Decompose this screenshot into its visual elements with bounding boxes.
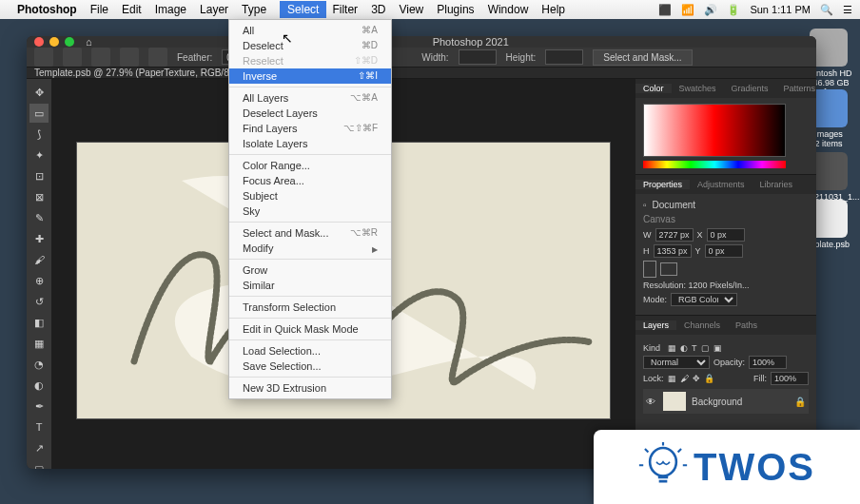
brush-tool-icon[interactable]: 🖌 [29,250,49,269]
menu-edit[interactable]: Edit [122,3,142,16]
gradient-tool-icon[interactable]: ▦ [29,334,49,353]
frame-tool-icon[interactable]: ⊠ [29,187,49,206]
fill-input[interactable] [771,372,809,385]
y-value-input[interactable] [705,244,743,258]
visibility-icon[interactable]: 👁 [646,397,657,407]
menu-image[interactable]: Image [155,3,186,16]
tab-channels[interactable]: Channels [676,320,728,330]
width-input[interactable] [459,49,497,65]
shape-tool-icon[interactable]: ▢ [29,459,49,469]
x-value-input[interactable] [707,228,745,242]
controls-icon[interactable]: ☰ [843,4,852,16]
minimize-icon[interactable] [49,37,59,47]
tab-gradients[interactable]: Gradients [724,84,776,93]
healing-tool-icon[interactable]: ✚ [29,229,49,248]
wand-tool-icon[interactable]: ✦ [29,145,49,165]
menu-help[interactable]: Help [541,3,565,16]
width-value-input[interactable] [655,228,694,242]
tab-patterns[interactable]: Patterns [776,84,816,93]
tab-paths[interactable]: Paths [728,320,765,330]
battery-icon[interactable]: 🔋 [727,4,740,16]
tab-adjustments[interactable]: Adjustments [690,180,752,189]
menu-filter[interactable]: Filter [332,3,358,16]
menu-item-all-layers[interactable]: All Layers⌥⌘A [229,90,391,106]
wifi-icon[interactable]: 📶 [681,4,694,16]
menu-item-inverse[interactable]: Inverse⇧⌘I [229,68,391,84]
layer-row[interactable]: 👁 Background 🔒 [643,389,809,414]
blend-mode-select[interactable]: Normal [643,356,710,369]
tab-properties[interactable]: Properties [635,180,690,189]
menu-item-load-selection[interactable]: Load Selection... [229,343,391,359]
lock-position-icon[interactable]: ✥ [693,374,700,383]
filter-pixel-icon[interactable]: ▦ [668,343,676,353]
orientation-landscape-icon[interactable] [660,262,677,276]
move-tool-icon[interactable]: ✥ [29,83,49,102]
menu-item-new-3d-extrusion[interactable]: New 3D Extrusion [229,380,391,396]
tool-preset-icon[interactable] [34,48,53,67]
tab-color[interactable]: Color [635,84,672,93]
dodge-tool-icon[interactable]: ◐ [29,376,49,395]
menu-item-deselect[interactable]: Deselect⌘D [229,38,391,53]
filter-adjust-icon[interactable]: ◐ [680,343,688,353]
crop-tool-icon[interactable]: ⊡ [29,166,49,185]
selection-mode-intersect-icon[interactable] [148,48,167,67]
window-titlebar[interactable]: ⌂ Photoshop 2021 [27,36,816,48]
height-value-input[interactable] [654,244,692,258]
blur-tool-icon[interactable]: ◔ [29,355,49,374]
menu-item-modify[interactable]: Modify [229,241,391,256]
menu-item-all[interactable]: All⌘A [229,23,391,38]
menu-file[interactable]: File [90,3,108,16]
menu-view[interactable]: View [399,3,423,16]
tab-libraries[interactable]: Libraries [752,180,801,189]
close-icon[interactable] [34,37,44,47]
mode-select[interactable]: RGB Color [671,293,737,306]
menu-3d[interactable]: 3D [371,3,385,16]
filter-shape-icon[interactable]: ▢ [701,343,710,353]
selection-mode-subtract-icon[interactable] [120,48,139,67]
menu-select[interactable]: Select [280,1,326,18]
lasso-tool-icon[interactable]: ⟆ [29,125,49,144]
marquee-tool-icon[interactable]: ▭ [29,104,49,123]
eraser-tool-icon[interactable]: ◧ [29,313,49,332]
document-tab[interactable]: Template.psb @ 27.9% (PaperTexture, RGB/… [27,68,816,79]
app-name[interactable]: Photoshop [17,3,77,16]
menu-item-isolate-layers[interactable]: Isolate Layers [229,136,391,151]
layer-thumbnail[interactable] [663,392,686,411]
menu-item-sky[interactable]: Sky [229,204,391,219]
menu-item-subject[interactable]: Subject [229,188,391,204]
zoom-icon[interactable] [65,37,74,47]
tab-swatches[interactable]: Swatches [672,84,724,93]
tab-layers[interactable]: Layers [635,320,676,330]
menu-item-select-and-mask[interactable]: Select and Mask...⌥⌘R [229,225,391,241]
hue-slider[interactable] [643,161,786,168]
orientation-portrait-icon[interactable] [643,261,656,278]
stamp-tool-icon[interactable]: ⊕ [29,271,49,290]
filter-type-icon[interactable]: T [692,343,697,353]
menu-item-transform-selection[interactable]: Transform Selection [229,300,391,315]
lock-all-icon[interactable]: 🔒 [704,374,714,383]
menu-item-color-range[interactable]: Color Range... [229,158,391,173]
menu-item-focus-area[interactable]: Focus Area... [229,173,391,188]
filter-smart-icon[interactable]: ▣ [713,343,722,353]
menu-item-edit-in-quick-mask-mode[interactable]: Edit in Quick Mask Mode [229,321,391,337]
opacity-input[interactable] [749,356,787,369]
menu-plugins[interactable]: Plugins [437,3,474,16]
selection-mode-new-icon[interactable] [63,48,82,67]
lock-transparency-icon[interactable]: ▦ [668,374,676,383]
menu-item-grow[interactable]: Grow [229,262,391,278]
search-icon[interactable]: 🔍 [820,4,833,16]
clock[interactable]: Sun 1:11 PM [750,4,811,15]
history-brush-tool-icon[interactable]: ↺ [29,292,49,311]
selection-mode-add-icon[interactable] [91,48,110,67]
menu-item-find-layers[interactable]: Find Layers⌥⇧⌘F [229,121,391,136]
lock-paint-icon[interactable]: 🖌 [680,374,689,383]
select-and-mask-button[interactable]: Select and Mask... [593,49,692,66]
home-icon[interactable]: ⌂ [86,36,92,48]
menu-item-similar[interactable]: Similar [229,278,391,293]
height-input[interactable] [545,49,583,65]
menu-item-deselect-layers[interactable]: Deselect Layers [229,106,391,121]
color-picker[interactable] [643,104,786,157]
path-tool-icon[interactable]: ↗ [29,438,49,457]
menu-type[interactable]: Type [242,3,266,16]
pen-tool-icon[interactable]: ✒ [29,397,49,416]
